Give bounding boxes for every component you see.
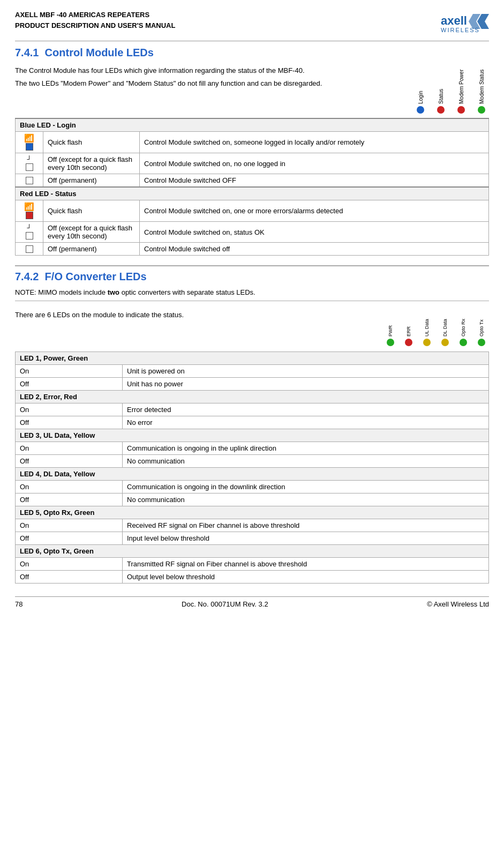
fo-led4-header: LED 4, DL Data, Yellow [16,468,489,481]
fo-led-label-opto-tx: Opto Tx [474,304,489,346]
cm-red-row-3: Off (permanent) Control Module switched … [16,243,489,256]
cm-led-dot-status [437,106,445,114]
fo-led-diagram: PWR ERR UL Data DL Data Opto Rx [383,308,489,346]
fo-led-dot-err [405,339,412,346]
fo-led3-row-off: Off No communication [16,455,489,468]
fo-led2-state-off: Off [16,416,123,429]
intro-text-cm: The Control Module has four LEDs which g… [15,65,403,89]
cm-blue-icon-2: ┘ [16,153,43,174]
fo-led-label-dl: DL Data [438,304,453,346]
svg-text:axell: axell [441,14,467,27]
fo-led4-desc-on: Communication is ongoing in the downlink… [123,481,489,493]
fo-led5-row-on: On Received RF signal on Fiber channel i… [16,519,489,532]
fo-led3-row-on: On Communication is ongoing in the uplin… [16,442,489,455]
cm-red-desc-3: Control Module switched off [140,243,489,256]
fo-led6-header-row: LED 6, Opto Tx, Green [16,545,489,558]
fo-led5-desc-off: Input level below threshold [123,532,489,545]
cm-red-desc-2: Control Module switched on, status OK [140,222,489,243]
fo-led6-desc-on: Transmitted RF signal on Fiber channel i… [123,558,489,571]
cm-led-dot-login [417,106,424,114]
cm-red-state-2: Off (except for a quick flash every 10th… [43,222,140,243]
fo-led-dot-opto-rx [460,339,467,346]
section-741-intro: The Control Module has four LEDs which g… [15,65,489,114]
cm-blue-row-3: Off (permanent) Control Module switched … [16,174,489,188]
fo-led6-desc-off: Output level below threshold [123,571,489,584]
fo-led5-header-row: LED 5, Opto Rx, Green [16,506,489,519]
cm-led-dot-modem-status [478,106,485,114]
cm-blue-desc-3: Control Module switched OFF [140,174,489,188]
cm-blue-state-1: Quick flash [43,132,140,153]
fo-led2-header-row: LED 2, Error, Red [16,391,489,403]
fo-led3-state-on: On [16,442,123,455]
fo-led1-header-row: LED 1, Power, Green [16,352,489,365]
fo-led5-row-off: Off Input level below threshold [16,532,489,545]
cm-led-diagram: Login Status Modem Power Modem Status [413,65,489,114]
cm-led-label-login: Login [413,61,428,114]
fo-led1-header: LED 1, Power, Green [16,352,489,365]
cm-led-label-status: Status [433,61,448,114]
fo-led-label-err: ERR [401,304,416,346]
fo-led4-row-on: On Communication is ongoing in the downl… [16,481,489,493]
cm-blue-row-1: 📶 Quick flash Control Module switched on… [16,132,489,153]
page-footer: 78 Doc. No. 00071UM Rev. 3.2 © Axell Wir… [15,596,489,608]
cm-blue-state-3: Off (permanent) [43,174,140,188]
fo-led-dot-opto-tx [478,339,485,346]
fo-led-label-pwr: PWR [383,304,398,346]
cm-led-dot-modem-power [457,106,465,114]
fo-led6-header: LED 6, Opto Tx, Green [16,545,489,558]
fo-led6-row-off: Off Output level below threshold [16,571,489,584]
cm-red-led-header-row: Red LED - Status [16,187,489,200]
fo-led2-row-off: Off No error [16,416,489,429]
cm-red-icon-3 [16,243,43,256]
cm-blue-led-header: Blue LED - Login [16,118,489,132]
section-742-heading: 7.4.2 F/O Converter LEDs [15,265,489,283]
fo-led4-row-off: Off No communication [16,493,489,506]
fo-led1-state-off: Off [16,378,123,391]
cm-blue-led-header-row: Blue LED - Login [16,118,489,132]
fo-led6-state-on: On [16,558,123,571]
cm-red-icon-1: 📶 [16,200,43,222]
fo-led2-header: LED 2, Error, Red [16,391,489,403]
fo-led4-desc-off: No communication [123,493,489,506]
fo-led6-row-on: On Transmitted RF signal on Fiber channe… [16,558,489,571]
header-logo: axell WIRELESS [441,10,489,38]
header-title: AXELL MBF -40 AMERICAS REPEATERS PRODUCT… [15,10,175,31]
fo-led-label-ul: UL Data [419,304,434,346]
fo-led2-desc-off: No error [123,416,489,429]
fo-led2-desc-on: Error detected [123,403,489,416]
fo-led-dot-dl [441,339,449,346]
cm-blue-desc-1: Control Module switched on, someone logg… [140,132,489,153]
cm-red-icon-2: ┘ [16,222,43,243]
fo-intro-block: There are 6 LEDs on the module to indica… [15,308,489,346]
fo-led3-header-row: LED 3, UL Data, Yellow [16,429,489,442]
cm-red-desc-1: Control Module switched on, one or more … [140,200,489,222]
cm-led-table: Blue LED - Login 📶 Quick flash Control M… [15,118,489,256]
fo-led5-state-on: On [16,519,123,532]
fo-led5-state-off: Off [16,532,123,545]
cm-led-label-modem-status: Modem Status [474,61,489,114]
fo-led1-desc-on: Unit is powered on [123,365,489,378]
mimo-note: NOTE: MIMO models include two optic conv… [15,288,489,301]
footer-doc: Doc. No. 00071UM Rev. 3.2 [182,600,268,608]
fo-led4-header-row: LED 4, DL Data, Yellow [16,468,489,481]
cm-led-labels: Login Status Modem Power Modem Status [413,65,489,114]
fo-led2-row-on: On Error detected [16,403,489,416]
fo-led5-desc-on: Received RF signal on Fiber channel is a… [123,519,489,532]
cm-red-row-1: 📶 Quick flash Control Module switched on… [16,200,489,222]
cm-red-row-2: ┘ Off (except for a quick flash every 10… [16,222,489,243]
fo-led1-desc-off: Unit has no power [123,378,489,391]
cm-led-label-modem-power: Modem Power [454,61,469,114]
axell-logo: axell WIRELESS [441,10,489,38]
fo-led-dot-ul [423,339,431,346]
cm-blue-row-2: ┘ Off (except for a quick flash every 10… [16,153,489,174]
cm-blue-state-2: Off (except for a quick flash every 10th… [43,153,140,174]
cm-red-state-3: Off (permanent) [43,243,140,256]
fo-led2-state-on: On [16,403,123,416]
fo-led3-desc-on: Communication is ongoing in the uplink d… [123,442,489,455]
fo-led3-desc-off: No communication [123,455,489,468]
fo-led4-state-off: Off [16,493,123,506]
fo-intro-text: There are 6 LEDs on the module to indica… [15,311,184,319]
cm-blue-desc-2: Control Module switched on, no one logge… [140,153,489,174]
fo-led3-header: LED 3, UL Data, Yellow [16,429,489,442]
fo-led-dot-pwr [387,339,394,346]
